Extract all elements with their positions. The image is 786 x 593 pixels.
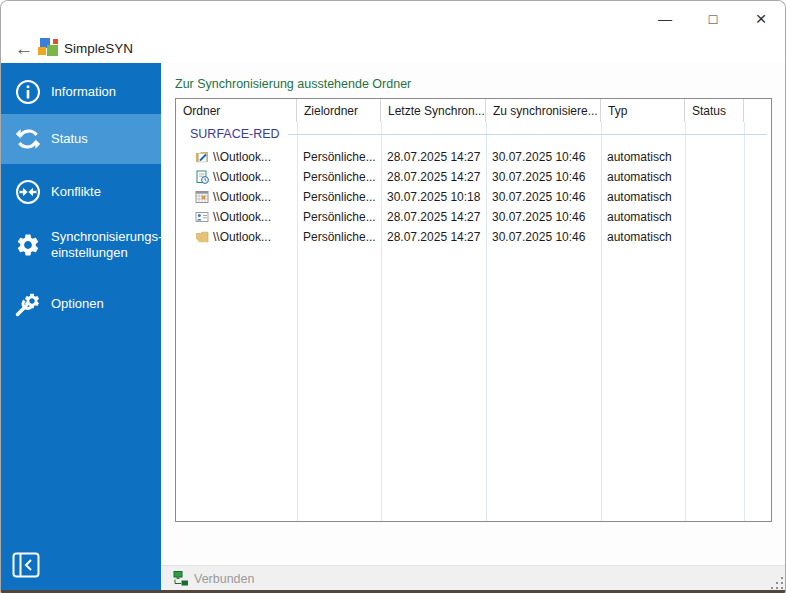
window-controls: — □ ×	[649, 5, 777, 33]
sidebar-item-optionen[interactable]: Optionen	[1, 281, 161, 327]
sidebar-item-label: Synchronisierungs- einstellungen	[51, 229, 162, 262]
connection-status-text: Verbunden	[194, 572, 254, 586]
cell-zu-synchronisieren: 30.07.2025 10:46	[492, 207, 585, 227]
sidebar: Information Status Konflikte	[1, 63, 161, 591]
sidebar-item-label-line1: Synchronisierungs-	[51, 229, 162, 244]
tasks-icon	[195, 170, 209, 184]
titlebar: — □ × ← SimpleSYN	[1, 1, 785, 63]
cell-ordner: \\Outlook...	[213, 227, 271, 247]
cell-zu-synchronisieren: 30.07.2025 10:46	[492, 227, 585, 247]
cell-typ: automatisch	[607, 207, 672, 227]
sidebar-item-information[interactable]: Information	[1, 69, 161, 115]
column-header-status[interactable]: Status	[685, 99, 744, 122]
collapse-panel-icon	[12, 552, 40, 578]
gear-wrench-icon	[15, 291, 41, 317]
cell-zielordner: Persönliche...	[303, 207, 376, 227]
gear-icon	[15, 232, 41, 258]
cell-typ: automatisch	[607, 227, 672, 247]
column-header-empty	[744, 99, 771, 122]
back-button[interactable]: ←	[11, 37, 37, 61]
sidebar-item-label-line2: einstellungen	[51, 245, 128, 260]
contacts-icon	[195, 210, 209, 224]
table-row[interactable]: \\Outlook... Persönliche... 28.07.2025 1…	[176, 167, 771, 187]
cell-zielordner: Persönliche...	[303, 167, 376, 187]
cell-typ: automatisch	[607, 187, 672, 207]
cell-zielordner: Persönliche...	[303, 147, 376, 167]
sidebar-item-label: Optionen	[51, 296, 104, 312]
cell-ordner: \\Outlook...	[213, 187, 271, 207]
group-label: SURFACE-RED	[190, 127, 280, 141]
status-bar: Verbunden	[161, 565, 786, 591]
network-connected-icon	[173, 571, 189, 586]
close-button[interactable]: ×	[745, 5, 777, 33]
cell-letzte-synchronisierung: 28.07.2025 14:27	[387, 147, 480, 167]
column-header-typ[interactable]: Typ	[601, 99, 685, 122]
sidebar-item-label: Information	[51, 84, 116, 100]
group-divider-line	[288, 134, 767, 135]
cell-ordner: \\Outlook...	[213, 207, 271, 227]
table-row[interactable]: \\Outlook... Persönliche... 28.07.2025 1…	[176, 147, 771, 167]
table-row[interactable]: \\Outlook... Persönliche... 28.07.2025 1…	[176, 227, 771, 247]
sidebar-item-label: Status	[51, 131, 88, 147]
info-icon	[15, 79, 41, 105]
cell-typ: automatisch	[607, 167, 672, 187]
group-row-surface-red[interactable]: SURFACE-RED	[176, 125, 771, 143]
cell-zielordner: Persönliche...	[303, 227, 376, 247]
cell-letzte-synchronisierung: 28.07.2025 14:27	[387, 227, 480, 247]
cell-zu-synchronisieren: 30.07.2025 10:46	[492, 187, 585, 207]
app-title: SimpleSYN	[64, 41, 133, 56]
sidebar-item-konflikte[interactable]: Konflikte	[1, 169, 161, 215]
resize-grip[interactable]	[769, 575, 783, 589]
sidebar-item-status[interactable]: Status	[1, 114, 161, 164]
folder-icon	[195, 230, 209, 244]
conflict-arrows-icon	[15, 179, 41, 205]
main-content: Zur Synchronisierung ausstehende Ordner …	[161, 63, 786, 591]
maximize-button[interactable]: □	[697, 5, 729, 33]
cell-ordner: \\Outlook...	[213, 167, 271, 187]
cell-letzte-synchronisierung: 28.07.2025 14:27	[387, 167, 480, 187]
column-header-letzte-synchronisierung[interactable]: Letzte Synchron...	[381, 99, 486, 122]
cell-letzte-synchronisierung: 30.07.2025 10:18	[387, 187, 480, 207]
cell-typ: automatisch	[607, 147, 672, 167]
column-header-ordner[interactable]: Ordner	[176, 99, 297, 122]
cell-zu-synchronisieren: 30.07.2025 10:46	[492, 147, 585, 167]
app-logo-icon	[38, 38, 60, 58]
column-header-zu-synchronisieren[interactable]: Zu synchronisiere...	[486, 99, 601, 122]
app-window: — □ × ← SimpleSYN Information	[0, 0, 786, 593]
cell-letzte-synchronisierung: 28.07.2025 14:27	[387, 207, 480, 227]
table-row[interactable]: \\Outlook... Persönliche... 28.07.2025 1…	[176, 207, 771, 227]
column-header-zielordner[interactable]: Zielordner	[297, 99, 381, 122]
pending-folders-heading: Zur Synchronisierung ausstehende Ordner	[175, 77, 411, 91]
minimize-button[interactable]: —	[649, 5, 681, 33]
sync-folders-table: Ordner Zielordner Letzte Synchron... Zu …	[175, 98, 772, 522]
calendar-icon	[195, 190, 209, 204]
sidebar-item-label: Konflikte	[51, 184, 101, 200]
cell-zu-synchronisieren: 30.07.2025 10:46	[492, 167, 585, 187]
cell-ordner: \\Outlook...	[213, 147, 271, 167]
journal-icon	[195, 150, 209, 164]
sidebar-item-synchronisierungseinstellungen[interactable]: Synchronisierungs- einstellungen	[1, 219, 161, 271]
table-row[interactable]: \\Outlook... Persönliche... 30.07.2025 1…	[176, 187, 771, 207]
cell-zielordner: Persönliche...	[303, 187, 376, 207]
collapse-sidebar-button[interactable]	[11, 551, 41, 579]
table-header: Ordner Zielordner Letzte Synchron... Zu …	[176, 99, 771, 122]
sync-icon	[15, 126, 41, 152]
